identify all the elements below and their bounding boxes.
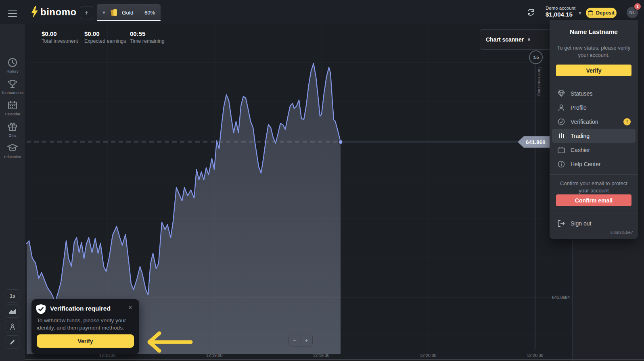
sign-out-label: Sign out — [571, 220, 591, 227]
sidebar-item-education[interactable]: Education — [0, 143, 25, 159]
binomo-bolt-icon — [31, 6, 39, 18]
time-tick: 12:20:30 — [527, 353, 544, 358]
sidebar-item-label: Education — [0, 154, 25, 159]
menu-item-label: Cashier — [571, 147, 590, 153]
menu-item-trading[interactable]: Trading — [552, 129, 636, 143]
sidebar-item-label: Calendar — [0, 112, 25, 116]
menu-item-cashier[interactable]: Cashier — [550, 143, 638, 157]
graduation-cap-icon — [7, 143, 18, 153]
price-axis-label: 641.8684 — [546, 295, 570, 300]
confirm-email-button[interactable]: Confirm email — [556, 194, 631, 206]
sidebar-item-calendar[interactable]: Calendar — [0, 100, 25, 116]
status-dot-icon — [528, 38, 530, 41]
zoom-in-button[interactable]: + — [301, 334, 313, 346]
shield-check-icon — [36, 304, 46, 314]
sign-out-button[interactable]: Sign out — [550, 216, 638, 230]
total-investment-value: $0.00 — [42, 30, 78, 37]
popup-body: To withdraw funds, please verify your id… — [37, 317, 132, 331]
candlestick-icon — [558, 132, 565, 140]
sidebar-item-label: Tournaments — [0, 90, 25, 95]
info-icon — [558, 161, 565, 168]
profile-icon — [558, 104, 565, 111]
compass-icon — [9, 323, 16, 330]
menu-item-profile[interactable]: Profile — [550, 100, 638, 115]
popup-verify-button[interactable]: Verify — [37, 334, 134, 348]
menu-item-help-center[interactable]: Help Center — [550, 157, 638, 171]
gift-icon — [7, 121, 18, 132]
chart-type-button[interactable] — [6, 305, 19, 318]
pencil-icon — [9, 339, 16, 345]
cashier-icon — [558, 147, 565, 153]
menu-item-label: Profile — [571, 104, 587, 111]
sidebar-item-label: History — [0, 69, 25, 73]
time-tick: 12:19:30 — [313, 353, 330, 358]
close-icon[interactable]: × — [128, 304, 132, 311]
diamond-icon — [558, 90, 565, 97]
account-selector[interactable]: Demo account $1,004.15 — [546, 6, 575, 18]
menu-item-verification[interactable]: Verification ! — [550, 115, 638, 129]
time-remaining-label: Time remaining — [130, 38, 165, 44]
menu-item-label: Trading — [571, 133, 590, 139]
status-hint: To get new status, please verify your ac… — [557, 44, 631, 58]
history-icon — [7, 57, 18, 68]
area-chart-icon — [9, 309, 16, 314]
deposit-label: Deposit — [596, 10, 615, 16]
asset-name: Gold — [122, 10, 134, 16]
total-investment-label: Total investment — [42, 38, 78, 44]
account-menu-panel: Name Lastname To get new status, please … — [550, 20, 638, 239]
wallet-icon — [588, 10, 593, 15]
app-version: v.8ab15be7 — [610, 230, 633, 235]
menu-item-label: Help Center — [571, 161, 601, 167]
arrow-left-icon — [141, 328, 198, 356]
time-tick: 12:19:00 — [206, 353, 223, 358]
account-chevron-icon[interactable]: ▼ — [578, 10, 582, 15]
sign-out-icon — [558, 220, 565, 227]
sidebar-item-tournaments[interactable]: Tournaments — [0, 79, 25, 95]
check-circle-icon — [558, 118, 565, 125]
expected-earnings-label: Expected earnings — [84, 38, 126, 44]
time-tick: 12:20:00 — [420, 353, 437, 358]
left-sidebar: History Tournaments Calendar Gifts E — [0, 24, 25, 361]
total-investment-stat: $0.00 Total investment — [42, 30, 78, 44]
user-name: Name Lastname — [550, 28, 638, 35]
zoom-out-button[interactable]: − — [289, 334, 301, 346]
interval-button[interactable]: 1s — [6, 289, 19, 303]
popup-title: Verification required — [50, 305, 111, 312]
sidebar-item-gifts[interactable]: Gifts — [0, 121, 25, 138]
asset-tab-gold[interactable]: ▼ Gold 60% — [97, 4, 161, 21]
sidebar-item-label: Gifts — [0, 133, 25, 138]
refresh-icon[interactable] — [527, 8, 535, 17]
add-asset-button[interactable]: + — [80, 6, 93, 19]
expected-earnings-stat: $0.00 Expected earnings — [84, 30, 126, 44]
account-type: Demo account — [546, 6, 575, 10]
expected-earnings-value: $0.00 — [84, 30, 126, 37]
time-remaining-axis-label: Time remaining — [537, 67, 542, 96]
account-balance: $1,004.15 — [546, 11, 575, 18]
trophy-icon — [7, 79, 18, 89]
zoom-control: − + — [289, 334, 313, 346]
time-remaining-stat: 00:55 Time remaining — [130, 30, 165, 44]
time-remaining-value: 00:55 — [130, 30, 165, 37]
indicators-button[interactable] — [6, 320, 19, 333]
binomo-logo[interactable]: binomo — [40, 6, 77, 18]
menu-item-label: Verification — [571, 119, 598, 125]
chevron-down-icon[interactable]: ▼ — [102, 10, 106, 15]
menu-item-label: Statuses — [571, 90, 592, 97]
deposit-button[interactable]: Deposit — [586, 8, 617, 18]
menu-icon[interactable] — [8, 8, 17, 19]
top-bar: binomo + ▼ Gold 60% Demo account $1,004.… — [0, 0, 644, 24]
verification-alert-badge: ! — [623, 118, 631, 125]
confirm-email-hint: Confirm your email to protect your accou… — [558, 180, 630, 194]
asset-payout: 60% — [144, 10, 155, 16]
calendar-icon — [7, 100, 18, 111]
panel-verify-button[interactable]: Verify — [556, 65, 631, 76]
verification-popup: Verification required × To withdraw fund… — [31, 299, 139, 354]
drawing-button[interactable] — [6, 335, 19, 348]
notification-badge: 1 — [634, 2, 642, 10]
scrollbar[interactable] — [25, 359, 644, 360]
chart-scanner-button[interactable]: Chart scanner — [480, 29, 552, 50]
gold-icon — [110, 8, 119, 17]
countdown-badge: :55 — [529, 50, 543, 64]
menu-item-statuses[interactable]: Statuses — [550, 86, 638, 100]
sidebar-item-history[interactable]: History — [0, 57, 25, 73]
